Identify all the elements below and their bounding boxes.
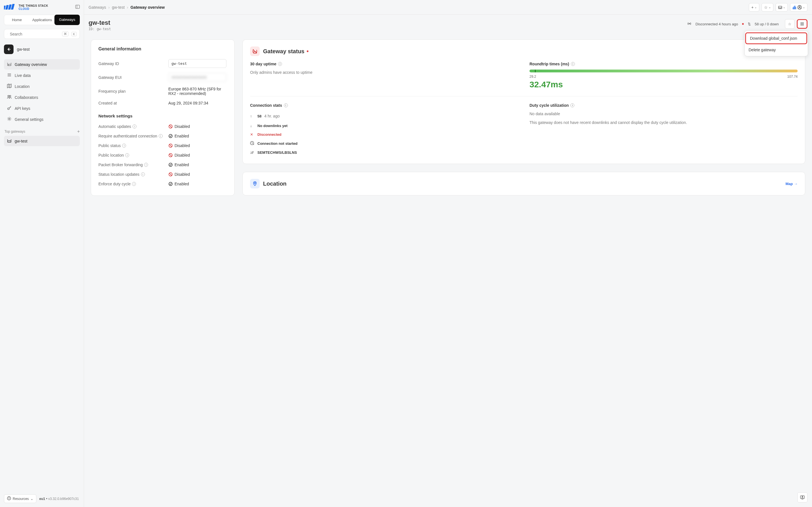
updown-icon: ⇅ [748,22,751,26]
gateway-status-title: Gateway status [263,48,305,55]
status-text: Enabled [174,163,189,167]
sidebar-collapse-icon[interactable] [75,4,80,10]
nav-label: General settings [15,117,43,122]
info-icon[interactable]: i [133,124,137,128]
add-button[interactable]: +⌄ [749,3,759,11]
pub-status-label: Public status [98,144,121,148]
hamburger-menu-button[interactable] [797,19,808,29]
nav-label: Collaborators [15,95,38,100]
page-header: gw-test ID: gw-test Disconnected 4 hours… [84,15,812,36]
svg-rect-22 [793,8,794,9]
pub-location-label: Public location [98,153,124,158]
packet-broker-label: Packet Broker forwarding [98,163,143,167]
conn-stats-label: Connection stats [250,103,282,108]
antenna-icon [687,21,692,27]
inbox-icon [778,5,782,9]
gateway-icon [7,61,12,67]
key-icon [7,105,12,111]
disabled-icon [168,124,173,129]
svg-point-46 [254,182,255,184]
location-pin-icon [250,179,260,188]
search-input[interactable] [10,32,59,36]
enabled-icon [168,134,173,138]
star-icon: ☆ [764,5,768,10]
search-box[interactable]: ⌘ K [4,29,80,39]
svg-point-28 [689,23,690,24]
status-text: Disabled [174,144,190,148]
created-at-value: Aug 29, 2024 09:37:34 [168,101,227,105]
inbox-button[interactable]: ⌄ [776,3,788,11]
info-icon[interactable]: i [284,103,288,107]
version-label: v3.32.0.b96e907c31 [48,497,79,501]
star-icon: ☆ [788,22,792,26]
tab-applications[interactable]: Applications [30,15,55,25]
location-card: Location Map → [243,172,805,195]
nav-label: Gateway overview [15,62,47,67]
user-menu-button[interactable]: ⌄ [790,3,808,11]
tab-gateways[interactable]: Gateways [54,15,80,25]
breadcrumb-gateways[interactable]: Gateways [89,5,106,10]
brand-line2: CLOUD [18,7,48,10]
nav-collaborators[interactable]: Collaborators [4,92,80,103]
breadcrumb-gateway[interactable]: gw-test [112,5,124,10]
protocol-value: SEMTECHWS/LBSLNS [257,151,297,155]
info-icon[interactable]: i [141,172,145,176]
svg-rect-17 [8,141,11,142]
gateway-eui-value[interactable]: XXXXXXXXXXXXXXXX [168,73,226,82]
map-link[interactable]: Map → [785,182,798,186]
nav-general-settings[interactable]: General settings [4,114,80,124]
nav-tabs: Home Applications Gateways [4,15,80,25]
rt-value: 32.47ms [529,80,798,89]
enforce-duty-label: Enforce duty cycle [98,182,131,186]
svg-rect-25 [795,7,796,9]
nav-api-keys[interactable]: API keys [4,103,80,114]
info-icon[interactable]: i [571,62,575,66]
resources-button[interactable]: Resources ⌄ [4,494,36,503]
no-data-label: No data available [529,111,798,117]
chevron-right-icon: › [127,5,128,10]
svg-rect-1 [5,5,9,10]
enabled-icon [168,163,173,167]
cluster-label: eu1 [39,497,45,501]
info-icon[interactable]: i [159,134,163,138]
star-button[interactable]: ☆ [785,19,795,29]
disabled-icon [168,153,173,158]
page-title: gw-test [89,19,111,26]
info-icon[interactable]: i [122,144,126,148]
star-dropdown-button[interactable]: ☆⌄ [762,3,773,11]
info-icon[interactable]: i [278,62,282,66]
uptime-message: Only admins have access to uptime [250,69,518,75]
nav-location[interactable]: Location [4,81,80,92]
tab-home[interactable]: Home [4,15,30,25]
info-icon[interactable]: i [132,182,136,186]
freq-plan-value: Europe 863-870 MHz (SF9 for RX2 - recomm… [168,87,227,96]
network-settings-title: Network settings [98,114,227,118]
feedback-button[interactable] [797,492,808,503]
gateway-id-value[interactable]: gw-test [168,59,226,68]
info-icon[interactable]: i [144,163,148,167]
add-top-gateway-icon[interactable]: + [77,129,80,134]
info-icon[interactable]: i [570,103,574,107]
gear-icon [7,116,12,122]
info-icon[interactable]: i [125,153,129,157]
nav-live-data[interactable]: Live data [4,70,80,80]
svg-line-36 [169,145,172,147]
delete-gateway-item[interactable]: Delete gateway [745,45,808,55]
search-icon [7,32,8,36]
gateway-icon [7,138,12,144]
entity-name: gw-test [17,47,30,52]
back-button[interactable] [4,45,13,54]
no-downlinks: No downlinks yet [257,124,288,128]
protocol-icon: :// [250,151,255,155]
nav-label: API keys [15,106,30,111]
svg-rect-24 [795,6,795,9]
download-global-conf-item[interactable]: Download global_conf.json [745,33,807,44]
logo[interactable]: THE THINGS STACK CLOUD [4,4,48,11]
location-title: Location [263,180,287,187]
roundtrip-bar [529,69,798,72]
nav-gateway-overview[interactable]: Gateway overview [4,59,80,69]
status-text: Disabled [174,172,190,177]
auto-updates-label: Automatic updates [98,124,131,129]
top-gateway-item[interactable]: gw-test [4,136,80,146]
list-icon [7,72,12,78]
